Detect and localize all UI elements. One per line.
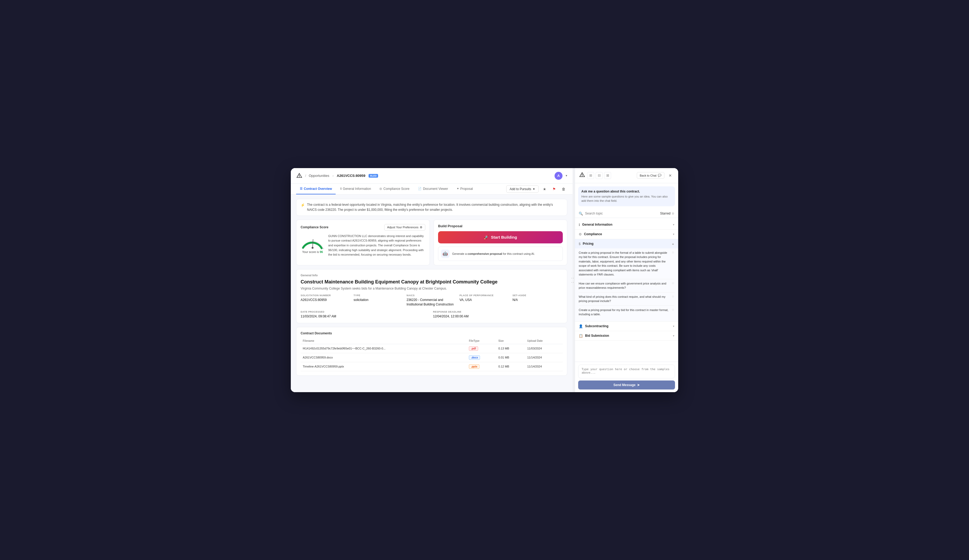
question-text[interactable]: What kind of pricing does this contract … xyxy=(579,294,669,303)
question-star-icon[interactable]: ☆ xyxy=(671,251,674,254)
accordion-label-bid-submission: Bid Submission xyxy=(585,334,671,337)
avatar-chevron[interactable]: ▾ xyxy=(566,174,567,178)
grid-view-button[interactable]: ⊞ xyxy=(587,172,594,179)
info-grid: SOLICITATION NUMBER A261VCCS:80959 TYPE … xyxy=(301,294,563,307)
close-right-panel-button[interactable]: ✕ xyxy=(666,172,674,179)
flag-button[interactable]: ⚑ xyxy=(550,185,558,193)
size-cell: 0.12 MB xyxy=(496,362,525,371)
alert-banner: ⚡ The contract is a federal-level opport… xyxy=(296,199,567,216)
back-to-chat-button[interactable]: Back to Chat 💬 xyxy=(637,172,664,179)
tab-contract-overview[interactable]: ☰ Contract Overview xyxy=(296,184,336,194)
chat-input-area: Send Message ➤ xyxy=(575,362,678,392)
accordion-item-pricing: $ Pricing ▲ Create a pricing proposal in… xyxy=(575,239,678,322)
question-text[interactable]: How can we ensure compliance with govern… xyxy=(579,281,669,290)
size-cell: 0.13 MB xyxy=(496,344,525,353)
rocket-icon: 🚀 xyxy=(484,235,489,240)
score-value: 96 xyxy=(320,250,323,254)
right-logo xyxy=(579,172,585,179)
starred-button[interactable]: Starred ☆ xyxy=(660,212,674,215)
tab-compliance-score[interactable]: ◎ Compliance Score xyxy=(376,184,413,194)
columns-view-button[interactable]: ⊠ xyxy=(604,172,611,179)
accordion-header-subcontracting[interactable]: 👤 Subcontracting ▾ xyxy=(575,322,678,331)
accordion-item-bid-submission: 📋 Bid Submission ▾ xyxy=(575,331,678,341)
question-text[interactable]: Create a pricing proposal in the format … xyxy=(579,251,669,277)
table-row: A261VCCS80959.docx .docx 0.01 MB 11/14/2… xyxy=(301,353,563,362)
adjust-preferences-button[interactable]: Adjust Your Preferences ⚙ xyxy=(384,224,425,231)
contract-title: Construct Maintenance Building Equipment… xyxy=(301,279,563,285)
resize-handle[interactable]: ⋮⋮ xyxy=(573,168,575,392)
ai-proposal-text: Generate a comprehensive proposal for th… xyxy=(452,252,535,255)
svg-line-0 xyxy=(313,239,313,248)
settings-icon: ⚙ xyxy=(420,226,423,229)
compliance-description: GUNN CONSTRUCTION LLC demonstrates stron… xyxy=(328,234,425,257)
accordion-header-pricing[interactable]: $ Pricing ▲ xyxy=(575,239,678,248)
question-star-icon[interactable]: ☆ xyxy=(671,308,674,312)
tab-compliance-score-label: Compliance Score xyxy=(383,187,410,191)
proposal-icon: ✦ xyxy=(457,187,459,190)
type-value: solicitation xyxy=(354,298,404,302)
info-grid-2: DATE PROCESSED 11/03/2024, 09:08:47 AM R… xyxy=(301,311,563,319)
search-input[interactable] xyxy=(585,212,658,215)
tab-general-information-label: General Information xyxy=(343,187,371,191)
accordion-label-general-information: General Information xyxy=(582,223,671,226)
alert-text: The contract is a federal-level opportun… xyxy=(307,202,563,213)
tab-document-viewer[interactable]: 📄 Document Viewer xyxy=(414,184,452,194)
send-message-button[interactable]: Send Message ➤ xyxy=(578,381,675,389)
tabs-bar: ☰ Contract Overview ℹ General Informatio… xyxy=(291,184,573,194)
compliance-body: 0 100 Your score is 96 GUNN CONSTRUCTION… xyxy=(301,234,425,257)
response-deadline-field: RESPONSE DEADLINE 12/04/2024, 12:00:00 A… xyxy=(433,311,563,319)
date-processed-field: DATE PROCESSED 11/03/2024, 09:08:47 AM xyxy=(301,311,430,319)
place-label: PLACE OF PERFORMANCE xyxy=(460,294,510,297)
compliance-card-title: Compliance Score xyxy=(301,225,328,229)
accordion-header-compliance[interactable]: ⚙ Compliance ▾ xyxy=(575,229,678,239)
table-row: Timeline-A261VCCS80959.pptx .pptx 0.12 M… xyxy=(301,362,563,371)
add-to-pursuits-button[interactable]: Add to Pursuits ✦ xyxy=(506,185,539,193)
type-field: TYPE solicitation xyxy=(354,294,404,307)
accordion-question-2-3: Create a pricing proposal for my bid for… xyxy=(579,306,674,319)
tab-proposal[interactable]: ✦ Proposal xyxy=(453,184,476,194)
tab-document-viewer-label: Document Viewer xyxy=(423,187,448,191)
question-star-icon[interactable]: ☆ xyxy=(671,281,674,285)
upload-date-cell: 11/14/2024 xyxy=(525,362,563,371)
header-right: A ▾ xyxy=(554,172,567,180)
general-info-card: General Info Construct Maintenance Build… xyxy=(296,269,567,323)
accordion-header-general-information[interactable]: ℹ General Information ▾ xyxy=(575,220,678,229)
bled-badge: BLED xyxy=(368,174,378,178)
avatar[interactable]: A xyxy=(554,172,563,180)
starred-label: Starred xyxy=(660,212,671,215)
tab-contract-overview-label: Contract Overview xyxy=(304,187,332,191)
svg-text:100: 100 xyxy=(321,248,324,249)
chat-input[interactable] xyxy=(582,367,671,374)
starred-star-icon: ☆ xyxy=(671,212,674,215)
documents-table: Filename FileType Size Upload Date f4141… xyxy=(301,338,563,371)
size-header: Size xyxy=(496,338,525,344)
accordion-icon-compliance: ⚙ xyxy=(579,232,582,236)
star-button[interactable]: ★ xyxy=(541,185,548,193)
accordion-item-general-information: ℹ General Information ▾ xyxy=(575,220,678,229)
compliance-card-header: Compliance Score Adjust Your Preferences… xyxy=(301,224,425,231)
question-text[interactable]: Create a pricing proposal for my bid for… xyxy=(579,308,669,317)
accordion-label-compliance: Compliance xyxy=(584,232,671,236)
solicitation-number-label: SOLICITATION NUMBER xyxy=(301,294,351,297)
ask-section: Ask me a question about this contract. H… xyxy=(578,186,675,206)
filetype-cell: .pptx xyxy=(467,362,496,371)
solicitation-number-value: A261VCCS:80959 xyxy=(301,298,351,302)
breadcrumb-current-page: A261VCCS:80959 xyxy=(337,174,365,178)
accordion-item-subcontracting: 👤 Subcontracting ▾ xyxy=(575,322,678,331)
accordion-header-bid-submission[interactable]: 📋 Bid Submission ▾ xyxy=(575,331,678,341)
general-info-icon: ℹ xyxy=(340,187,341,190)
build-proposal-title: Build Proposal xyxy=(438,224,563,228)
start-building-button[interactable]: 🚀 Start Building xyxy=(438,231,563,243)
breadcrumb-opportunities[interactable]: Opportunities xyxy=(309,174,329,178)
right-header: ⊞ ⊟ ⊠ Back to Chat 💬 ✕ xyxy=(575,168,678,183)
tab-general-information[interactable]: ℹ General Information xyxy=(337,184,375,194)
compliance-icon: ◎ xyxy=(380,187,382,190)
question-star-icon[interactable]: ☆ xyxy=(671,294,674,298)
set-aside-label: SET-ASIDE xyxy=(512,294,563,297)
send-icon: ➤ xyxy=(637,383,640,387)
trash-button[interactable]: 🗑 xyxy=(560,185,567,193)
back-to-chat-label: Back to Chat xyxy=(640,174,656,177)
right-panel: ⊞ ⊟ ⊠ Back to Chat 💬 ✕ Ask me a question… xyxy=(575,168,678,392)
accordion-icon-general-information: ℹ xyxy=(579,223,580,227)
split-view-button[interactable]: ⊟ xyxy=(596,172,603,179)
